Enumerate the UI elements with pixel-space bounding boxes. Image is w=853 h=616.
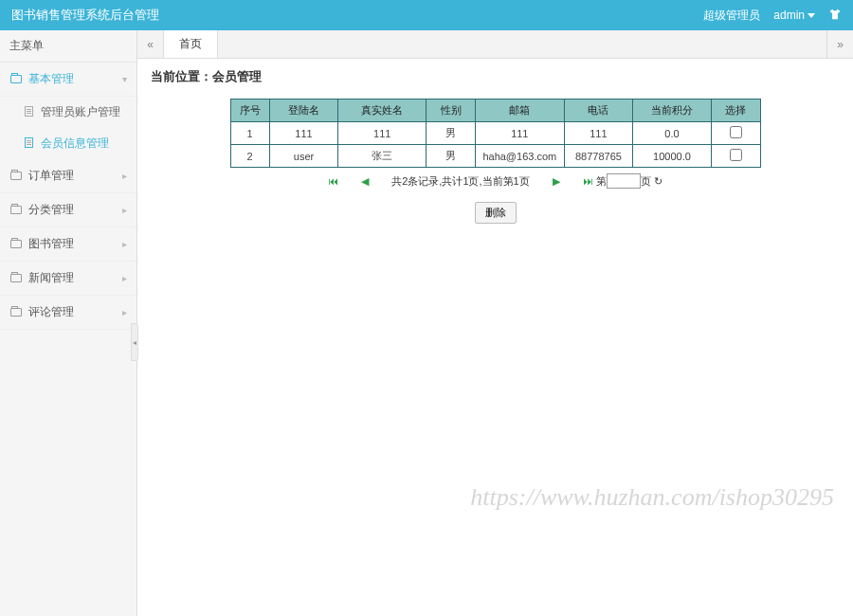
sidebar-item-comment[interactable]: 评论管理 ▸ [0, 296, 136, 330]
cell-name: 111 [338, 122, 426, 145]
sidebar-sub-admin[interactable]: 管理员账户管理 [9, 97, 136, 128]
breadcrumb-prefix: 当前位置： [151, 69, 212, 83]
sidebar: 主菜单 基本管理 ▾ 管理员账户管理 会员信息管理 订单管理 ▸ 分类管理 ▸ [0, 30, 137, 616]
caret-down-icon [808, 13, 815, 18]
chevron-down-icon: ▾ [122, 74, 127, 84]
th-phone: 电话 [564, 100, 632, 122]
pager-suffix: 页 [641, 175, 651, 187]
th-select: 选择 [711, 100, 760, 122]
th-idx: 序号 [230, 100, 269, 122]
pager-prefix: 第 [596, 175, 607, 187]
doc-icon [25, 106, 36, 119]
folder-icon [9, 205, 23, 216]
pager-page-input[interactable] [607, 173, 641, 189]
th-gender: 性别 [426, 100, 476, 122]
sidebar-sub-label: 会员信息管理 [41, 136, 109, 152]
tab-scroll-right[interactable]: » [826, 30, 853, 58]
sidebar-item-category[interactable]: 分类管理 ▸ [0, 193, 136, 227]
sidebar-item-label: 图书管理 [28, 236, 74, 252]
actions: 删除 [151, 202, 840, 224]
folder-icon [9, 273, 23, 284]
row-checkbox[interactable] [730, 149, 742, 161]
row-checkbox[interactable] [730, 126, 742, 138]
sidebar-item-book[interactable]: 图书管理 ▸ [0, 227, 136, 262]
table-header-row: 序号 登陆名 真实姓名 性别 邮箱 电话 当前积分 选择 [230, 100, 760, 122]
pager-go-icon[interactable]: ↻ [654, 175, 662, 187]
th-name: 真实姓名 [338, 100, 426, 122]
pager-summary: 共2条记录,共计1页,当前第1页 [391, 174, 529, 189]
cell-points: 0.0 [633, 122, 712, 145]
table-row: 1 111 111 男 111 111 0.0 [230, 122, 760, 145]
breadcrumb-current: 会员管理 [212, 69, 262, 83]
chevron-right-icon: ▸ [122, 205, 127, 215]
tab-scroll-left[interactable]: « [137, 30, 164, 58]
chevron-right-icon: ▸ [122, 273, 127, 283]
sidebar-title: 主菜单 [0, 30, 136, 63]
cell-phone: 111 [564, 122, 632, 145]
pager-jump: ⏭ 第页 ↻ [583, 173, 662, 189]
folder-icon [9, 74, 23, 85]
sidebar-item-basic[interactable]: 基本管理 ▾ [0, 63, 136, 97]
main-area: « 首页 » 当前位置：会员管理 序号 登陆名 真实姓名 性别 邮箱 [137, 30, 853, 616]
cell-name: 张三 [338, 145, 426, 168]
delete-button[interactable]: 删除 [475, 202, 517, 224]
cell-login: user [269, 145, 337, 168]
cell-select [711, 122, 760, 145]
cell-email: 111 [475, 122, 564, 145]
chevron-right-icon: ▸ [122, 307, 127, 317]
th-email: 邮箱 [475, 100, 564, 122]
cell-idx: 1 [230, 122, 269, 145]
sidebar-item-label: 评论管理 [28, 304, 74, 320]
pager: ⏮ ◀ 共2条记录,共计1页,当前第1页 ▶ ⏭ 第页 ↻ [151, 173, 840, 189]
user-role[interactable]: 超级管理员 [703, 8, 760, 24]
cell-email: haha@163.com [475, 145, 564, 168]
sidebar-item-label: 订单管理 [28, 168, 74, 184]
doc-icon [25, 137, 36, 151]
sidebar-sub-label: 管理员账户管理 [41, 104, 120, 120]
app-title: 图书销售管理系统后台管理 [11, 7, 159, 24]
tab-home[interactable]: 首页 [164, 30, 218, 58]
pager-next-icon[interactable]: ▶ [553, 175, 560, 188]
folder-icon [9, 171, 23, 182]
sidebar-item-order[interactable]: 订单管理 ▸ [0, 159, 136, 193]
sidebar-sub-member[interactable]: 会员信息管理 [9, 128, 136, 159]
pager-prev-icon[interactable]: ◀ [361, 175, 369, 188]
submenu-basic: 管理员账户管理 会员信息管理 [0, 97, 136, 159]
sidebar-item-label: 基本管理 [28, 71, 74, 87]
sidebar-item-news[interactable]: 新闻管理 ▸ [0, 262, 136, 296]
pager-first-icon[interactable]: ⏮ [328, 175, 338, 187]
tab-bar: « 首页 » [137, 30, 853, 59]
chevron-right-icon: ▸ [122, 171, 127, 181]
top-right: 超级管理员 admin [703, 8, 842, 24]
cell-gender: 男 [426, 145, 476, 168]
cell-gender: 男 [426, 122, 476, 145]
breadcrumb: 当前位置：会员管理 [151, 68, 840, 85]
table-row: 2 user 张三 男 haha@163.com 88778765 10000.… [230, 145, 760, 168]
cell-login: 111 [269, 122, 337, 145]
cell-select [711, 145, 760, 168]
sidebar-item-label: 新闻管理 [28, 270, 74, 286]
folder-icon [9, 239, 23, 250]
watermark: https://www.huzhan.com/ishop30295 [470, 483, 834, 512]
top-bar: 图书销售管理系统后台管理 超级管理员 admin [0, 0, 853, 30]
cell-points: 10000.0 [633, 145, 712, 168]
cell-phone: 88778765 [564, 145, 632, 168]
member-table: 序号 登陆名 真实姓名 性别 邮箱 电话 当前积分 选择 1 [230, 99, 761, 168]
shirt-icon[interactable] [828, 8, 842, 24]
cell-idx: 2 [230, 145, 269, 168]
folder-icon [9, 307, 23, 318]
pager-last-icon[interactable]: ⏭ [583, 175, 593, 187]
chevron-right-icon: ▸ [122, 239, 127, 249]
content: 当前位置：会员管理 序号 登陆名 真实姓名 性别 邮箱 电话 当前积分 选择 [137, 59, 853, 616]
th-points: 当前积分 [633, 100, 712, 122]
th-login: 登陆名 [269, 100, 337, 122]
sidebar-item-label: 分类管理 [28, 202, 74, 218]
user-menu[interactable]: admin [773, 9, 815, 22]
